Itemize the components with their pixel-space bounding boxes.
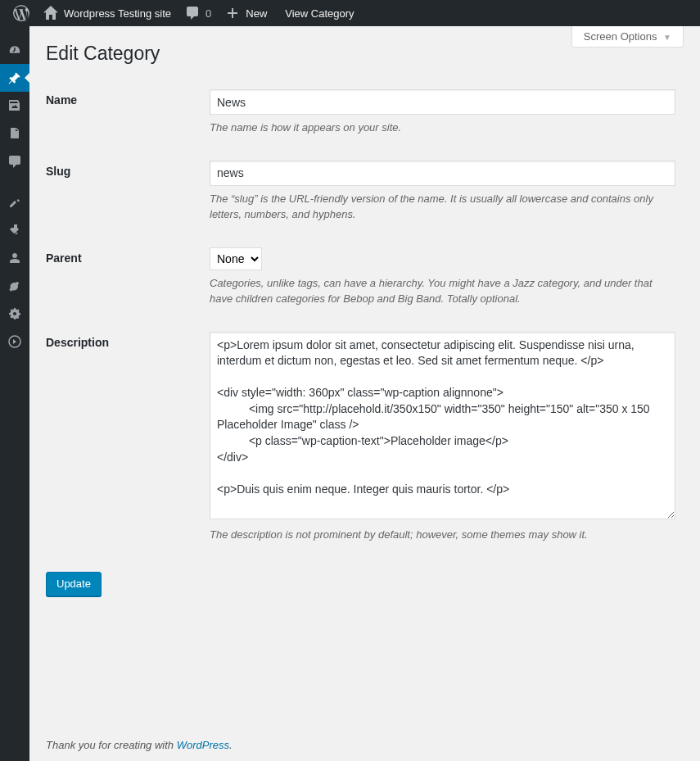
collapse-icon bbox=[7, 333, 23, 350]
site-name-label: Wordpress Testing site bbox=[64, 7, 171, 20]
description-label: Description bbox=[46, 336, 109, 349]
comment-icon bbox=[184, 5, 201, 21]
view-category-link[interactable]: View Category bbox=[273, 0, 360, 26]
wp-logo[interactable] bbox=[7, 0, 36, 26]
media-icon bbox=[7, 97, 23, 114]
name-input[interactable] bbox=[210, 89, 675, 115]
plugins-icon bbox=[7, 222, 23, 238]
new-label: New bbox=[246, 7, 267, 20]
update-button[interactable]: Update bbox=[46, 572, 102, 596]
sidebar-settings[interactable] bbox=[0, 300, 29, 328]
admin-sidebar bbox=[0, 26, 29, 761]
slug-label: Slug bbox=[46, 165, 70, 178]
sidebar-media[interactable] bbox=[0, 92, 29, 120]
edit-category-form: Name The name is how it appears on your … bbox=[46, 77, 684, 555]
description-hint: The description is not prominent by defa… bbox=[210, 527, 675, 543]
name-label: Name bbox=[46, 93, 77, 106]
sidebar-dashboard[interactable] bbox=[0, 36, 29, 64]
sidebar-pages[interactable] bbox=[0, 120, 29, 147]
settings-icon bbox=[7, 306, 23, 322]
screen-options-button[interactable]: Screen Options ▼ bbox=[571, 26, 684, 48]
slug-input[interactable] bbox=[210, 161, 675, 186]
sidebar-comments[interactable] bbox=[0, 147, 29, 175]
view-category-label: View Category bbox=[285, 7, 354, 20]
parent-select[interactable]: None bbox=[210, 247, 262, 270]
parent-label: Parent bbox=[46, 251, 82, 265]
new-content-link[interactable]: New bbox=[218, 0, 273, 26]
sidebar-users[interactable] bbox=[0, 244, 29, 272]
sidebar-appearance[interactable] bbox=[0, 188, 29, 216]
sidebar-plugins[interactable] bbox=[0, 216, 29, 244]
screen-options-label: Screen Options bbox=[584, 30, 657, 43]
comments-count: 0 bbox=[205, 7, 211, 20]
pin-icon bbox=[7, 70, 23, 86]
comments-icon bbox=[7, 153, 23, 170]
chevron-down-icon: ▼ bbox=[663, 33, 671, 42]
slug-description: The “slug” is the URL-friendly version o… bbox=[210, 191, 675, 223]
footer: Thank you for creating with WordPress. bbox=[46, 739, 233, 751]
pages-icon bbox=[7, 125, 23, 142]
admin-bar: Wordpress Testing site 0 New View Catego… bbox=[0, 0, 700, 26]
home-icon bbox=[43, 5, 59, 21]
wordpress-icon bbox=[13, 5, 29, 21]
sidebar-tools[interactable] bbox=[0, 272, 29, 300]
comments-link[interactable]: 0 bbox=[178, 0, 218, 26]
footer-link[interactable]: WordPress bbox=[177, 739, 229, 751]
sidebar-collapse[interactable] bbox=[0, 328, 29, 356]
name-description: The name is how it appears on your site. bbox=[210, 120, 675, 136]
users-icon bbox=[7, 250, 23, 266]
plus-icon bbox=[224, 5, 241, 21]
tools-icon bbox=[7, 278, 23, 294]
site-name-link[interactable]: Wordpress Testing site bbox=[36, 0, 178, 26]
footer-suffix: . bbox=[229, 739, 233, 751]
parent-description: Categories, unlike tags, can have a hier… bbox=[210, 275, 675, 307]
footer-text: Thank you for creating with bbox=[46, 739, 177, 751]
appearance-icon bbox=[7, 194, 23, 211]
content-area: Screen Options ▼ Edit Category Name The … bbox=[29, 26, 700, 761]
description-textarea[interactable] bbox=[210, 332, 675, 520]
sidebar-posts[interactable] bbox=[0, 64, 29, 92]
dashboard-icon bbox=[7, 42, 23, 58]
